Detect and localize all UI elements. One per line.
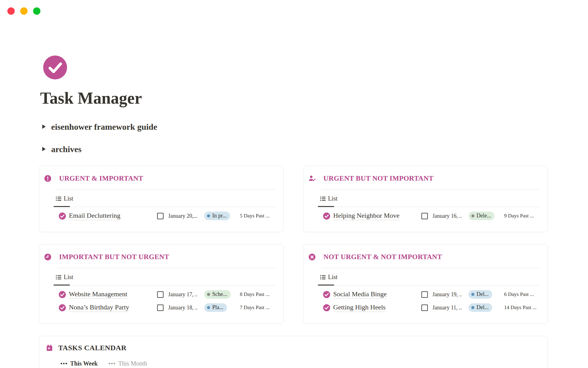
status-badge[interactable]: In pr... [204, 212, 230, 220]
task-checkbox[interactable] [157, 213, 164, 219]
task-checkbox[interactable] [157, 305, 164, 311]
toggle-arrow-icon [42, 125, 46, 129]
status-badge[interactable]: Sche... [204, 290, 231, 299]
check-circle-icon [59, 291, 66, 298]
task-date[interactable]: January 19, ... [432, 291, 462, 298]
status-badge[interactable]: Del... [469, 290, 492, 299]
task-checkbox[interactable] [421, 291, 428, 298]
page-title[interactable]: Task Manager [40, 90, 548, 107]
task-date[interactable]: January 11, ... [432, 305, 462, 311]
status-badge[interactable]: Del... [469, 303, 492, 312]
divider [57, 268, 276, 268]
status-label: Del... [477, 291, 489, 297]
task-title[interactable]: Social Media Binge [333, 290, 387, 299]
task-date[interactable]: January 18, ... [168, 305, 197, 311]
status-dot-icon [471, 293, 474, 296]
window-minimize-button[interactable] [20, 7, 28, 15]
divider [322, 268, 540, 268]
task-date[interactable]: January 20,... [168, 213, 197, 219]
toggle-eisenhower-framework-guide[interactable]: eisenhower framework guide [42, 122, 548, 132]
task-title[interactable]: Website Management [69, 290, 127, 299]
bulleted-list-icon [320, 274, 326, 280]
view-dots-icon [109, 363, 115, 364]
task-row: Nona’s Birthday Party January 18, ... Pl… [59, 301, 280, 314]
view-tab-list[interactable]: List [56, 195, 73, 202]
quadrant-title[interactable]: NOT URGENT & NOT IMPORTANT [323, 253, 442, 261]
divider [322, 189, 540, 190]
status-label: Pla... [212, 304, 224, 311]
days-past-due: 6 Days Past ... [504, 291, 544, 297]
task-checkbox[interactable] [421, 213, 428, 219]
bulleted-list-icon [320, 196, 326, 201]
page-check-circle-icon[interactable] [43, 56, 67, 79]
view-tab-label: List [328, 274, 337, 281]
x-circle-icon [309, 254, 315, 260]
view-tab-list[interactable]: List [320, 195, 337, 202]
clock-icon [44, 254, 51, 260]
window-close-button[interactable] [7, 7, 15, 15]
quadrant-grid: URGENT & IMPORTANT List [39, 166, 548, 324]
view-tab-this-month[interactable]: This Month [109, 360, 147, 367]
quadrant-header: URGENT & IMPORTANT [44, 174, 276, 182]
days-past-due: 9 Days Past ... [504, 213, 544, 219]
bulleted-list-icon [56, 274, 61, 280]
bulleted-list-icon [56, 196, 61, 201]
page-content: Task Manager eisenhower framework guide … [39, 0, 548, 368]
view-dots-icon [61, 363, 67, 364]
check-circle-icon [323, 304, 330, 311]
task-row: Social Media Binge January 19, ... Del..… [323, 288, 544, 301]
quadrant-card-urgent-not-important: URGENT BUT NOT IMPORTANT List [303, 166, 548, 232]
window-controls [7, 7, 40, 15]
view-tab-label: List [64, 195, 73, 202]
task-date[interactable]: January 16, ... [432, 213, 462, 219]
task-checkbox[interactable] [157, 291, 164, 298]
status-badge[interactable]: Pla... [204, 303, 227, 312]
quadrant-card-urgent-important: URGENT & IMPORTANT List [39, 166, 284, 232]
task-title[interactable]: Email Decluttering [69, 212, 120, 220]
quadrant-card-not-urgent-not-important: NOT URGENT & NOT IMPORTANT List [303, 244, 548, 324]
task-date[interactable]: January 17, ... [168, 291, 197, 298]
days-past-due: 5 Days Past ... [240, 213, 280, 219]
status-label: Del... [477, 304, 489, 311]
view-tab-label: This Month [118, 360, 147, 367]
toggle-arrow-icon [42, 147, 46, 151]
tab-underline [318, 207, 540, 207]
status-label: Sche... [212, 291, 227, 297]
quadrant-title[interactable]: URGENT BUT NOT IMPORTANT [323, 174, 433, 182]
task-checkbox[interactable] [421, 305, 428, 311]
divider [57, 189, 276, 190]
tab-underline [318, 285, 540, 286]
task-title[interactable]: Getting High Heels [333, 303, 386, 312]
quadrant-title[interactable]: IMPORTANT BUT NOT URGENT [59, 253, 169, 261]
calendar-view-tabs: This Week This Month [61, 360, 540, 367]
status-label: Dele... [477, 213, 491, 219]
toggle-label: archives [51, 144, 81, 154]
toggle-label: eisenhower framework guide [51, 122, 157, 132]
quadrant-card-important-not-urgent: IMPORTANT BUT NOT URGENT List [39, 244, 284, 324]
view-tab-this-week[interactable]: This Week [61, 360, 98, 367]
tasks-calendar-card: TASKS CALENDAR This Week This Month [39, 336, 548, 368]
task-title[interactable]: Helping Neighbor Move [333, 212, 399, 220]
status-label: In pr... [212, 213, 227, 219]
status-dot-icon [471, 306, 474, 309]
task-row: Helping Neighbor Move January 16, ... De… [323, 209, 544, 223]
check-circle-icon [59, 304, 66, 311]
status-dot-icon [207, 306, 210, 309]
view-tab-list[interactable]: List [320, 274, 337, 281]
task-title[interactable]: Nona’s Birthday Party [69, 303, 129, 312]
toggle-archives[interactable]: archives [42, 144, 548, 154]
task-row: Email Decluttering January 20,... In pr.… [59, 209, 280, 223]
task-row: Getting High Heels January 11, ... Del..… [323, 301, 544, 314]
person-check-icon [309, 175, 315, 182]
status-dot-icon [471, 214, 474, 217]
status-badge[interactable]: Dele... [469, 212, 494, 220]
calendar-title[interactable]: TASKS CALENDAR [58, 344, 126, 352]
view-tab-list[interactable]: List [56, 274, 73, 281]
calendar-icon [46, 344, 53, 351]
quadrant-title[interactable]: URGENT & IMPORTANT [59, 174, 143, 182]
status-dot-icon [207, 214, 210, 217]
view-tab-label: This Week [70, 360, 98, 367]
view-tab-label: List [328, 195, 337, 202]
tab-underline [54, 207, 276, 207]
check-circle-icon [323, 291, 330, 298]
